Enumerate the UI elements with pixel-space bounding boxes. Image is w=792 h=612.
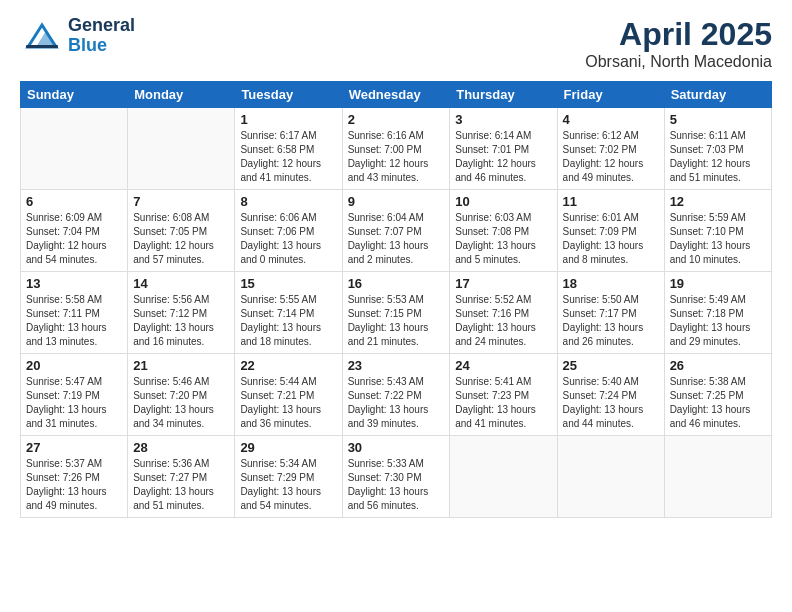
day-detail: Sunrise: 5:50 AM Sunset: 7:17 PM Dayligh…: [563, 293, 659, 349]
calendar-day: 8Sunrise: 6:06 AM Sunset: 7:06 PM Daylig…: [235, 190, 342, 272]
logo-general-text: General: [68, 16, 135, 36]
day-detail: Sunrise: 6:04 AM Sunset: 7:07 PM Dayligh…: [348, 211, 445, 267]
location: Obrsani, North Macedonia: [585, 53, 772, 71]
day-number: 25: [563, 358, 659, 373]
day-detail: Sunrise: 6:16 AM Sunset: 7:00 PM Dayligh…: [348, 129, 445, 185]
calendar-day: 14Sunrise: 5:56 AM Sunset: 7:12 PM Dayli…: [128, 272, 235, 354]
calendar-day: [21, 108, 128, 190]
calendar-day: [450, 436, 557, 518]
header-row: SundayMondayTuesdayWednesdayThursdayFrid…: [21, 82, 772, 108]
calendar-day: 15Sunrise: 5:55 AM Sunset: 7:14 PM Dayli…: [235, 272, 342, 354]
calendar-day: 6Sunrise: 6:09 AM Sunset: 7:04 PM Daylig…: [21, 190, 128, 272]
day-number: 17: [455, 276, 551, 291]
calendar-day: 5Sunrise: 6:11 AM Sunset: 7:03 PM Daylig…: [664, 108, 771, 190]
calendar-day: 9Sunrise: 6:04 AM Sunset: 7:07 PM Daylig…: [342, 190, 450, 272]
calendar-day: 26Sunrise: 5:38 AM Sunset: 7:25 PM Dayli…: [664, 354, 771, 436]
day-detail: Sunrise: 6:12 AM Sunset: 7:02 PM Dayligh…: [563, 129, 659, 185]
day-detail: Sunrise: 5:38 AM Sunset: 7:25 PM Dayligh…: [670, 375, 766, 431]
day-detail: Sunrise: 6:14 AM Sunset: 7:01 PM Dayligh…: [455, 129, 551, 185]
calendar-day: 1Sunrise: 6:17 AM Sunset: 6:58 PM Daylig…: [235, 108, 342, 190]
calendar-body: 1Sunrise: 6:17 AM Sunset: 6:58 PM Daylig…: [21, 108, 772, 518]
calendar-day: 30Sunrise: 5:33 AM Sunset: 7:30 PM Dayli…: [342, 436, 450, 518]
day-detail: Sunrise: 5:53 AM Sunset: 7:15 PM Dayligh…: [348, 293, 445, 349]
calendar-day: 24Sunrise: 5:41 AM Sunset: 7:23 PM Dayli…: [450, 354, 557, 436]
day-number: 21: [133, 358, 229, 373]
day-detail: Sunrise: 5:41 AM Sunset: 7:23 PM Dayligh…: [455, 375, 551, 431]
day-number: 2: [348, 112, 445, 127]
page: General Blue April 2025 Obrsani, North M…: [0, 0, 792, 534]
calendar-day: 3Sunrise: 6:14 AM Sunset: 7:01 PM Daylig…: [450, 108, 557, 190]
day-number: 27: [26, 440, 122, 455]
day-detail: Sunrise: 5:59 AM Sunset: 7:10 PM Dayligh…: [670, 211, 766, 267]
day-detail: Sunrise: 6:06 AM Sunset: 7:06 PM Dayligh…: [240, 211, 336, 267]
day-detail: Sunrise: 5:40 AM Sunset: 7:24 PM Dayligh…: [563, 375, 659, 431]
day-number: 18: [563, 276, 659, 291]
day-number: 7: [133, 194, 229, 209]
calendar-day: 19Sunrise: 5:49 AM Sunset: 7:18 PM Dayli…: [664, 272, 771, 354]
svg-rect-2: [26, 45, 58, 48]
day-number: 16: [348, 276, 445, 291]
day-header-sunday: Sunday: [21, 82, 128, 108]
day-detail: Sunrise: 5:33 AM Sunset: 7:30 PM Dayligh…: [348, 457, 445, 513]
day-detail: Sunrise: 5:44 AM Sunset: 7:21 PM Dayligh…: [240, 375, 336, 431]
day-number: 5: [670, 112, 766, 127]
day-number: 3: [455, 112, 551, 127]
day-detail: Sunrise: 5:55 AM Sunset: 7:14 PM Dayligh…: [240, 293, 336, 349]
day-detail: Sunrise: 6:17 AM Sunset: 6:58 PM Dayligh…: [240, 129, 336, 185]
calendar-day: 29Sunrise: 5:34 AM Sunset: 7:29 PM Dayli…: [235, 436, 342, 518]
calendar-day: 7Sunrise: 6:08 AM Sunset: 7:05 PM Daylig…: [128, 190, 235, 272]
logo-words: General Blue: [68, 16, 135, 56]
day-number: 29: [240, 440, 336, 455]
day-detail: Sunrise: 6:08 AM Sunset: 7:05 PM Dayligh…: [133, 211, 229, 267]
day-number: 11: [563, 194, 659, 209]
day-number: 8: [240, 194, 336, 209]
day-detail: Sunrise: 6:09 AM Sunset: 7:04 PM Dayligh…: [26, 211, 122, 267]
day-detail: Sunrise: 5:34 AM Sunset: 7:29 PM Dayligh…: [240, 457, 336, 513]
calendar-day: [557, 436, 664, 518]
calendar-day: 27Sunrise: 5:37 AM Sunset: 7:26 PM Dayli…: [21, 436, 128, 518]
day-header-friday: Friday: [557, 82, 664, 108]
calendar-week-0: 1Sunrise: 6:17 AM Sunset: 6:58 PM Daylig…: [21, 108, 772, 190]
day-header-thursday: Thursday: [450, 82, 557, 108]
header: General Blue April 2025 Obrsani, North M…: [20, 16, 772, 71]
day-detail: Sunrise: 5:43 AM Sunset: 7:22 PM Dayligh…: [348, 375, 445, 431]
day-detail: Sunrise: 5:46 AM Sunset: 7:20 PM Dayligh…: [133, 375, 229, 431]
day-detail: Sunrise: 6:03 AM Sunset: 7:08 PM Dayligh…: [455, 211, 551, 267]
calendar-table: SundayMondayTuesdayWednesdayThursdayFrid…: [20, 81, 772, 518]
day-header-tuesday: Tuesday: [235, 82, 342, 108]
day-detail: Sunrise: 5:36 AM Sunset: 7:27 PM Dayligh…: [133, 457, 229, 513]
day-detail: Sunrise: 5:49 AM Sunset: 7:18 PM Dayligh…: [670, 293, 766, 349]
logo: General Blue: [20, 16, 135, 56]
day-number: 26: [670, 358, 766, 373]
day-detail: Sunrise: 5:37 AM Sunset: 7:26 PM Dayligh…: [26, 457, 122, 513]
day-number: 24: [455, 358, 551, 373]
calendar-day: 13Sunrise: 5:58 AM Sunset: 7:11 PM Dayli…: [21, 272, 128, 354]
calendar-day: 16Sunrise: 5:53 AM Sunset: 7:15 PM Dayli…: [342, 272, 450, 354]
calendar-week-4: 27Sunrise: 5:37 AM Sunset: 7:26 PM Dayli…: [21, 436, 772, 518]
day-detail: Sunrise: 5:56 AM Sunset: 7:12 PM Dayligh…: [133, 293, 229, 349]
day-number: 10: [455, 194, 551, 209]
day-number: 6: [26, 194, 122, 209]
day-number: 19: [670, 276, 766, 291]
day-number: 22: [240, 358, 336, 373]
day-detail: Sunrise: 5:47 AM Sunset: 7:19 PM Dayligh…: [26, 375, 122, 431]
calendar-day: 17Sunrise: 5:52 AM Sunset: 7:16 PM Dayli…: [450, 272, 557, 354]
day-number: 4: [563, 112, 659, 127]
day-number: 9: [348, 194, 445, 209]
day-header-wednesday: Wednesday: [342, 82, 450, 108]
svg-marker-1: [36, 31, 58, 47]
calendar-day: 25Sunrise: 5:40 AM Sunset: 7:24 PM Dayli…: [557, 354, 664, 436]
calendar-day: 10Sunrise: 6:03 AM Sunset: 7:08 PM Dayli…: [450, 190, 557, 272]
calendar-day: 22Sunrise: 5:44 AM Sunset: 7:21 PM Dayli…: [235, 354, 342, 436]
calendar-day: 2Sunrise: 6:16 AM Sunset: 7:00 PM Daylig…: [342, 108, 450, 190]
calendar-week-3: 20Sunrise: 5:47 AM Sunset: 7:19 PM Dayli…: [21, 354, 772, 436]
day-header-saturday: Saturday: [664, 82, 771, 108]
day-number: 14: [133, 276, 229, 291]
calendar-day: 11Sunrise: 6:01 AM Sunset: 7:09 PM Dayli…: [557, 190, 664, 272]
calendar-day: [664, 436, 771, 518]
calendar-day: 18Sunrise: 5:50 AM Sunset: 7:17 PM Dayli…: [557, 272, 664, 354]
month-title: April 2025: [585, 16, 772, 53]
logo-icon: [20, 17, 64, 55]
day-number: 28: [133, 440, 229, 455]
day-number: 13: [26, 276, 122, 291]
